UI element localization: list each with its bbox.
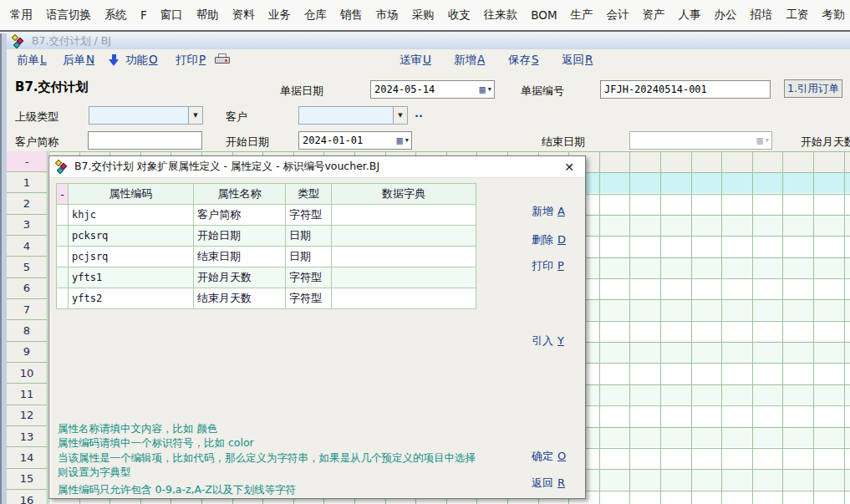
attr-code-cell[interactable]: pcjsrq	[69, 247, 194, 267]
row-header[interactable]: 3	[7, 215, 47, 236]
menu-item[interactable]: 工资	[786, 8, 809, 23]
functions-button[interactable]: 功能O	[125, 53, 158, 68]
menu-item[interactable]: 会计	[607, 8, 629, 23]
print-button[interactable]: 打印P	[176, 53, 206, 68]
menu-item[interactable]: 常用	[10, 8, 33, 23]
row-header[interactable]: 5	[7, 257, 47, 277]
attribute-row[interactable]: yfts2结束月天数字符型	[57, 288, 476, 309]
attr-name-cell[interactable]: 开始月天数	[194, 267, 286, 288]
menu-item[interactable]: 仓库	[304, 8, 327, 23]
ref-order-button[interactable]: 1.引用订单	[784, 79, 842, 98]
row-header[interactable]: 7	[7, 299, 47, 320]
attribute-row[interactable]: pcjsrq结束日期日期	[57, 247, 476, 267]
menu-item[interactable]: 窗口	[160, 8, 183, 23]
menu-item[interactable]: BOM	[531, 8, 557, 22]
menu-item[interactable]: 市场	[376, 8, 399, 23]
row-selector-cell[interactable]	[57, 226, 69, 247]
row-selector-cell[interactable]	[57, 267, 69, 288]
start-date-field[interactable]: 2024-01-01 ▦▼	[298, 131, 412, 150]
attr-code-cell[interactable]: yfts1	[69, 267, 194, 288]
down-arrow-icon[interactable]	[109, 53, 120, 67]
row-header[interactable]: 4	[7, 236, 47, 257]
menu-item[interactable]: 采购	[412, 8, 435, 23]
menu-item[interactable]: 人事	[679, 8, 701, 23]
calendar-dropdown-icon[interactable]: ▦▼	[480, 84, 494, 95]
menu-item[interactable]: 业务	[268, 8, 291, 23]
row-selector-cell[interactable]	[57, 247, 69, 267]
menu-item[interactable]: 销售	[340, 8, 363, 23]
attribute-row[interactable]: khjc客户简称字符型	[57, 205, 476, 226]
save-button[interactable]: 保存S	[508, 53, 539, 68]
doc-no-field[interactable]: JFJH-20240514-001	[600, 80, 771, 99]
table-corner-cell[interactable]: -	[57, 184, 69, 205]
dropdown-arrow-icon[interactable]: ▼	[188, 107, 202, 124]
close-icon[interactable]: ✕	[562, 160, 577, 175]
menu-item[interactable]: 往来款	[484, 8, 518, 23]
prev-doc-button[interactable]: 前单L	[17, 53, 47, 68]
row-header[interactable]: 16	[7, 490, 47, 504]
attr-type-cell[interactable]: 字符型	[286, 267, 332, 288]
menu-item[interactable]: 资料	[232, 8, 255, 23]
menu-item[interactable]: 办公	[715, 8, 737, 23]
menu-item[interactable]: 生产	[571, 8, 593, 23]
menu-item[interactable]: F	[140, 8, 147, 22]
row-header[interactable]: 9	[7, 342, 47, 363]
end-date-field[interactable]: ▦▼	[629, 131, 772, 150]
printer-icon[interactable]	[215, 53, 231, 66]
attr-code-cell[interactable]: khjc	[69, 205, 194, 226]
attr-dict-cell[interactable]	[332, 267, 476, 288]
dropdown-arrow-icon[interactable]: ▼	[393, 107, 407, 124]
attr-name-cell[interactable]: 开始日期	[194, 226, 286, 247]
row-header[interactable]: 12	[7, 405, 47, 426]
menu-item[interactable]: 考勤	[822, 8, 845, 23]
col-header-code[interactable]: 属性编码	[69, 184, 194, 205]
dialog-import-button[interactable]: 引入Y	[532, 333, 564, 349]
row-header[interactable]: 15	[7, 469, 47, 490]
add-button[interactable]: 新增A	[454, 53, 485, 68]
attr-code-cell[interactable]: yfts2	[69, 288, 194, 309]
attribute-row[interactable]: yfts1开始月天数字符型	[57, 267, 476, 288]
next-doc-button[interactable]: 后单N	[63, 53, 94, 68]
menu-item[interactable]: 帮助	[196, 8, 219, 23]
col-header-dict[interactable]: 数据字典	[332, 184, 476, 205]
attr-dict-cell[interactable]	[332, 288, 476, 309]
dialog-add-button[interactable]: 新增A	[532, 204, 565, 219]
attr-dict-cell[interactable]	[332, 247, 476, 267]
col-header-name[interactable]: 属性名称	[194, 184, 286, 205]
dialog-ok-button[interactable]: 确定O	[532, 449, 566, 464]
grid-corner-cell[interactable]: -	[7, 151, 47, 172]
attr-type-cell[interactable]: 日期	[286, 226, 332, 247]
row-header[interactable]: 13	[7, 426, 47, 447]
back-button[interactable]: 返回R	[562, 53, 593, 68]
attr-type-cell[interactable]: 字符型	[286, 288, 332, 309]
row-header[interactable]: 10	[7, 363, 47, 384]
calendar-dropdown-icon[interactable]: ▦▼	[397, 135, 411, 146]
row-selector-cell[interactable]	[57, 205, 69, 226]
attr-name-cell[interactable]: 结束月天数	[194, 288, 286, 309]
row-header[interactable]: 8	[7, 320, 47, 341]
col-header-type[interactable]: 类型	[286, 184, 332, 205]
row-header[interactable]: 6	[7, 278, 47, 299]
customer-short-field[interactable]	[88, 131, 202, 150]
menu-item[interactable]: 资产	[643, 8, 665, 23]
menu-item[interactable]: 语言切换	[46, 8, 91, 23]
attr-type-cell[interactable]: 字符型	[286, 205, 332, 226]
doc-date-field[interactable]: 2024-05-14 ▦▼	[370, 80, 495, 99]
attr-name-cell[interactable]: 客户简称	[194, 205, 286, 226]
attr-name-cell[interactable]: 结束日期	[194, 247, 286, 267]
attr-type-cell[interactable]: 日期	[286, 247, 332, 267]
submit-button[interactable]: 送审U	[400, 53, 431, 68]
row-selector-cell[interactable]	[57, 288, 69, 309]
row-header[interactable]: 14	[7, 447, 47, 468]
dialog-back-button[interactable]: 返回R	[532, 476, 565, 491]
attr-dict-cell[interactable]	[332, 226, 476, 247]
parent-type-select[interactable]: ▼	[89, 106, 203, 125]
menu-item[interactable]: 收支	[448, 8, 471, 23]
dialog-print-button[interactable]: 打印P	[532, 258, 564, 273]
row-header[interactable]: 11	[7, 384, 47, 405]
row-header[interactable]: 2	[7, 193, 47, 214]
row-header[interactable]: 1	[7, 172, 47, 193]
dialog-delete-button[interactable]: 删除D	[532, 232, 566, 247]
customer-browse-dots[interactable]: ..	[415, 107, 423, 120]
customer-select[interactable]: ▼	[298, 106, 408, 125]
